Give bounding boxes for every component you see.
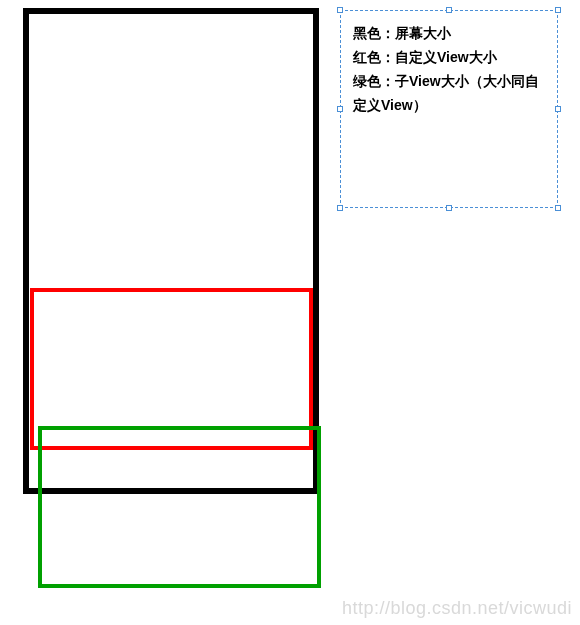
resize-handle-n[interactable] — [446, 7, 452, 13]
legend-line-green: 绿色：子View大小（大小同自定义View） — [353, 69, 545, 117]
legend-selection-box[interactable]: 黑色：屏幕大小 红色：自定义View大小 绿色：子View大小（大小同自定义Vi… — [340, 10, 558, 208]
resize-handle-nw[interactable] — [337, 7, 343, 13]
resize-handle-ne[interactable] — [555, 7, 561, 13]
resize-handle-e[interactable] — [555, 106, 561, 112]
diagram-canvas: 黑色：屏幕大小 红色：自定义View大小 绿色：子View大小（大小同自定义Vi… — [0, 0, 580, 625]
resize-handle-w[interactable] — [337, 106, 343, 112]
resize-handle-s[interactable] — [446, 205, 452, 211]
legend-line-black: 黑色：屏幕大小 — [353, 21, 545, 45]
resize-handle-sw[interactable] — [337, 205, 343, 211]
resize-handle-se[interactable] — [555, 205, 561, 211]
legend-line-red: 红色：自定义View大小 — [353, 45, 545, 69]
watermark-text: http://blog.csdn.net/vicwudi — [342, 598, 572, 619]
child-view-rect — [38, 426, 321, 588]
